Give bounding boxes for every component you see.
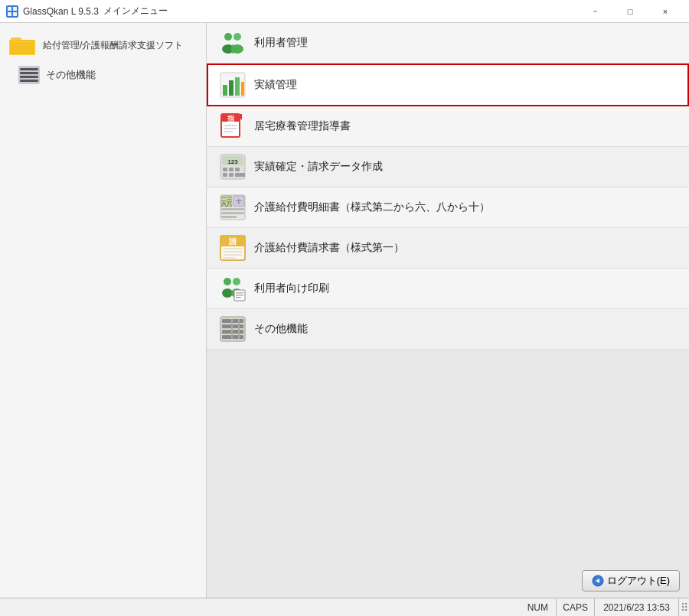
svg-rect-4: [13, 12, 17, 16]
svg-rect-72: [238, 319, 240, 339]
menu-label: メインメニュー: [103, 5, 168, 18]
svg-rect-71: [231, 319, 233, 339]
sidebar-item-sonota-label: その他機能: [46, 68, 96, 82]
list-menu-icon: [219, 315, 247, 343]
svg-rect-39: [223, 173, 227, 177]
close-button[interactable]: ×: [648, 0, 683, 23]
svg-rect-3: [8, 12, 11, 16]
svg-point-59: [222, 288, 233, 298]
svg-text:六八: 六八: [221, 201, 232, 207]
svg-rect-22: [223, 85, 227, 96]
app-icon: [6, 5, 18, 18]
svg-rect-36: [223, 168, 227, 171]
svg-rect-50: [221, 216, 237, 218]
svg-rect-10: [10, 42, 34, 54]
logout-arrow-icon: [592, 575, 604, 587]
svg-rect-63: [236, 292, 243, 294]
menu-item-sonota-label: その他機能: [254, 322, 308, 336]
title-bar: GlassQkan L 9.5.3 メインメニュー － □ ×: [0, 0, 689, 23]
minimize-button[interactable]: －: [577, 0, 612, 23]
svg-point-18: [233, 33, 241, 41]
calculator-icon: 123: [219, 153, 247, 181]
svg-text:請: 請: [229, 237, 237, 246]
logout-button[interactable]: ログアウト(E): [582, 570, 680, 592]
menu-item-insatsu[interactable]: 利用者向け印刷: [207, 269, 689, 309]
svg-rect-38: [235, 168, 240, 171]
sidebar-item-kyufu-kanri[interactable]: 給付管理/介護報酬請求支援ソフト: [0, 29, 206, 61]
seikyusho-icon: 請: [219, 234, 247, 262]
svg-text:十: 十: [236, 198, 242, 205]
print-users-icon: [219, 275, 247, 302]
list-icon: [18, 66, 40, 84]
menu-item-riyosha-label: 利用者管理: [254, 36, 308, 50]
menu-item-seikyusho-label: 介護給付費請求書（様式第一）: [254, 241, 404, 255]
svg-point-60: [233, 278, 240, 285]
svg-rect-25: [241, 82, 244, 96]
menu-item-jisseki-kakutei[interactable]: 123 実績確定・請求データ作成: [207, 147, 689, 187]
resize-grip: ⠿: [678, 598, 689, 617]
svg-text:123: 123: [227, 158, 238, 165]
svg-rect-41: [235, 173, 245, 177]
logout-label: ログアウト(E): [607, 574, 670, 588]
caps-indicator: CAPS: [556, 598, 594, 616]
menu-item-seikyusho[interactable]: 請 介護給付費請求書（様式第一）: [207, 228, 689, 269]
svg-rect-49: [221, 212, 244, 214]
num-indicator: NUM: [519, 598, 556, 616]
svg-rect-65: [236, 297, 241, 298]
svg-rect-40: [229, 173, 233, 177]
app-title: GlassQkan L 9.5.3: [23, 6, 99, 17]
maximize-button[interactable]: □: [612, 0, 648, 23]
menu-item-kakutei-label: 実績確定・請求データ作成: [254, 160, 383, 174]
datetime-display: 2021/6/23 13:53: [594, 598, 678, 616]
menu-item-insatsu-label: 利用者向け印刷: [254, 282, 329, 295]
menu-item-jisseki-label: 実績管理: [254, 78, 297, 92]
sidebar-item-kyufu-label: 給付管理/介護報酬請求支援ソフト: [43, 39, 183, 52]
svg-rect-14: [20, 76, 38, 78]
svg-rect-37: [229, 168, 233, 171]
menu-item-riyosha-kanri[interactable]: 利用者管理: [207, 23, 689, 64]
meisai-icon: 二三 六八 十: [219, 194, 247, 221]
svg-point-58: [224, 278, 231, 285]
svg-rect-15: [20, 80, 38, 82]
folder-icon: [9, 34, 37, 57]
svg-rect-64: [236, 295, 243, 296]
window-controls: － □ ×: [577, 0, 683, 23]
svg-rect-48: [221, 208, 244, 210]
svg-text:指: 指: [227, 115, 235, 122]
menu-item-kyotaku[interactable]: 指 居宅療養管理指導書: [207, 106, 689, 147]
svg-rect-12: [20, 68, 38, 70]
title-bar-left: GlassQkan L 9.5.3 メインメニュー: [6, 5, 168, 18]
svg-rect-2: [13, 7, 17, 11]
status-bar: NUM CAPS 2021/6/23 13:53 ⠿: [0, 598, 689, 616]
svg-rect-24: [235, 77, 240, 96]
logout-area: ログアウト(E): [573, 564, 689, 598]
sidebar: 給付管理/介護報酬請求支援ソフト その他機能: [0, 23, 207, 598]
svg-point-16: [224, 33, 232, 41]
menu-item-meisaisho-label: 介護給付費明細書（様式第二から六、八から十）: [254, 200, 490, 214]
sidebar-item-sonota[interactable]: その他機能: [0, 61, 206, 89]
main-content: 給付管理/介護報酬請求支援ソフト その他機能: [0, 23, 689, 598]
menu-item-kyotaku-label: 居宅療養管理指導書: [254, 119, 351, 133]
menu-item-jisseki-kanri[interactable]: 実績管理: [207, 64, 689, 106]
menu-item-sonota[interactable]: その他機能: [207, 309, 689, 350]
menu-panel: 利用者管理 実績管理: [207, 23, 689, 598]
svg-rect-13: [20, 72, 38, 74]
performance-icon: [219, 71, 247, 99]
shido-icon: 指: [219, 112, 247, 140]
users-icon: [219, 29, 247, 57]
svg-point-20: [231, 44, 234, 54]
menu-item-meisaisho[interactable]: 二三 六八 十 介護給付費明細書（様式第二から六、八から十）: [207, 187, 689, 228]
svg-rect-1: [8, 7, 11, 11]
svg-rect-23: [229, 80, 233, 96]
